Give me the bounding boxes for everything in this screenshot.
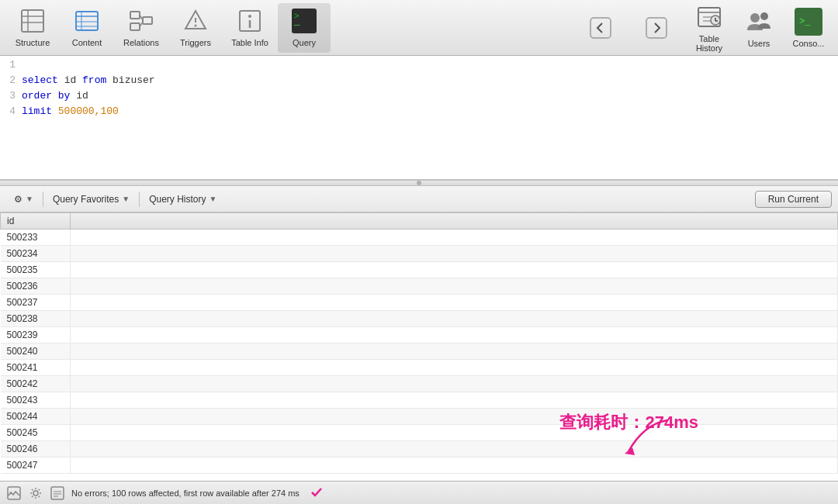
table-row[interactable]: 500238	[1, 311, 838, 327]
cell-empty	[70, 376, 837, 392]
divider-dot	[417, 181, 421, 185]
cell-id: 500247	[1, 457, 71, 474]
svg-rect-9	[130, 12, 140, 19]
results-tbody: 5002335002345002355002365002375002385002…	[1, 230, 838, 474]
query-icon: _ >	[290, 7, 318, 35]
console-label: Conso...	[793, 39, 825, 48]
table-row[interactable]: 500246	[1, 441, 838, 457]
svg-rect-11	[143, 17, 152, 24]
cell-empty	[70, 360, 837, 376]
favorites-arrow: ▼	[122, 195, 130, 203]
results-area[interactable]: id 5002335002345002355002365002375002385…	[0, 212, 838, 481]
status-check-icon	[310, 485, 323, 500]
status-settings-icon[interactable]	[28, 485, 43, 501]
status-image-icon[interactable]	[6, 485, 22, 501]
line-num-2: 2	[0, 74, 22, 86]
svg-rect-24	[646, 18, 667, 38]
column-empty	[70, 213, 837, 230]
forward-icon	[642, 14, 670, 42]
table-row[interactable]: 500235	[1, 262, 838, 278]
kw-bizuser: bizuser	[113, 74, 155, 86]
query-toolbar: ⚙ ▼ Query Favorites ▼ Query History ▼ Ru…	[0, 186, 838, 212]
status-export-icon[interactable]	[50, 485, 65, 501]
table-row[interactable]: 500236	[1, 278, 838, 295]
svg-point-37	[33, 491, 38, 495]
qt-sep-1	[43, 192, 43, 207]
table-row[interactable]: 500240	[1, 343, 838, 360]
editor-lines: 1 2 select id from bizuser 3 order by id…	[0, 59, 838, 121]
structure-button[interactable]: Structure	[6, 3, 59, 53]
svg-rect-0	[22, 10, 43, 32]
forward-button[interactable]	[630, 3, 683, 53]
table-info-button[interactable]: Table Info	[223, 3, 276, 53]
table-row[interactable]: 500241	[1, 360, 838, 376]
cell-empty	[70, 262, 837, 278]
cell-empty	[70, 311, 837, 327]
kw-limit: limit	[22, 105, 58, 117]
editor-divider[interactable]	[0, 180, 838, 186]
cell-empty	[70, 343, 837, 360]
relations-button[interactable]: Relations	[115, 3, 168, 53]
table-row[interactable]: 500243	[1, 392, 838, 409]
table-row[interactable]: 500239	[1, 327, 838, 343]
triggers-icon	[182, 7, 210, 35]
svg-point-18	[248, 15, 251, 18]
table-row[interactable]: 500247	[1, 457, 838, 474]
main-toolbar: Structure Content	[0, 0, 838, 56]
run-current-button[interactable]: Run Current	[755, 191, 832, 208]
triggers-label: Triggers	[180, 38, 211, 48]
editor-line-2: 2 select id from bizuser	[0, 74, 838, 90]
query-button[interactable]: _ > Query	[278, 3, 331, 53]
cell-empty	[70, 278, 837, 295]
cell-empty	[70, 230, 837, 246]
table-history-button[interactable]: Table History	[686, 3, 732, 53]
cell-id: 500234	[1, 246, 71, 262]
cell-id: 500241	[1, 360, 71, 376]
settings-button[interactable]: ⚙ ▼	[6, 191, 41, 208]
query-editor[interactable]: 1 2 select id from bizuser 3 order by id…	[0, 56, 838, 180]
line-content-3: order by id	[22, 90, 88, 102]
query-favorites-button[interactable]: Query Favorites ▼	[45, 191, 137, 208]
cell-id: 500240	[1, 343, 71, 360]
kw-order: order by	[22, 90, 70, 102]
cell-id: 500243	[1, 392, 71, 409]
table-row[interactable]: 500234	[1, 246, 838, 262]
back-button[interactable]	[574, 3, 627, 53]
query-history-button[interactable]: Query History ▼	[141, 191, 224, 208]
cell-empty	[70, 327, 837, 343]
table-header-row: id	[1, 213, 838, 230]
kw-limit-val: 500000,100	[58, 105, 119, 117]
triggers-button[interactable]: Triggers	[169, 3, 222, 53]
line-content-2: select id from bizuser	[22, 74, 155, 86]
table-row[interactable]: 500245	[1, 425, 838, 441]
cell-id: 500242	[1, 376, 71, 392]
table-row[interactable]: 500244	[1, 409, 838, 425]
back-icon	[587, 14, 615, 42]
table-row[interactable]: 500237	[1, 295, 838, 311]
svg-text:>_: >_	[799, 16, 811, 27]
settings-arrow: ▼	[26, 195, 33, 203]
cell-id: 500239	[1, 327, 71, 343]
run-current-label: Run Current	[768, 194, 819, 205]
console-button[interactable]: >_ Conso...	[785, 3, 832, 53]
editor-line-3: 3 order by id	[0, 90, 838, 105]
kw-from: from	[82, 74, 106, 86]
users-button[interactable]: Users	[736, 3, 782, 53]
cell-id: 500246	[1, 441, 71, 457]
cell-id: 500237	[1, 295, 71, 311]
table-row[interactable]: 500242	[1, 376, 838, 392]
table-info-label: Table Info	[231, 38, 268, 48]
table-row[interactable]: 500233	[1, 230, 838, 246]
cell-empty	[70, 392, 837, 409]
cell-empty	[70, 441, 837, 457]
history-arrow: ▼	[210, 195, 217, 203]
status-bar: No errors; 100 rows affected, first row …	[0, 481, 838, 504]
kw-select: select	[22, 74, 58, 86]
settings-icon: ⚙	[14, 194, 23, 205]
kw-id: id	[64, 74, 82, 86]
svg-rect-4	[76, 12, 98, 30]
content-button[interactable]: Content	[61, 3, 113, 53]
svg-text:>: >	[294, 12, 300, 21]
line-num-3: 3	[0, 90, 22, 102]
cell-empty	[70, 295, 837, 311]
